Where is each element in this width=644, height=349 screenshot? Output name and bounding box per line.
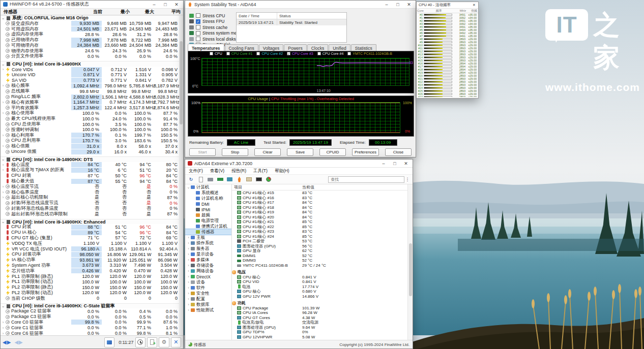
nav-page-icon[interactable]: ◀▶ xyxy=(14,339,23,345)
minimize-icon[interactable]: – xyxy=(378,161,389,166)
legend-item[interactable]: CPU xyxy=(210,52,222,55)
tree-item-DirectX[interactable]: ›DirectX xyxy=(185,274,231,279)
cpu-icon[interactable] xyxy=(207,176,214,183)
screenshot-icon[interactable] xyxy=(245,176,253,183)
maximize-icon[interactable]: □ xyxy=(392,2,403,7)
tree-item-便携式计算机[interactable]: 便携式计算机 xyxy=(185,224,231,229)
tree-item-软件[interactable]: ›软件 xyxy=(185,285,231,291)
sensor-reading-row[interactable]: 图形处理器 (GPU)9.64 W xyxy=(232,325,407,330)
close-icon[interactable]: ✕ xyxy=(403,2,415,7)
collapse-caret-icon[interactable]: ⌄ xyxy=(1,16,6,20)
tree-item-多媒体[interactable]: ›多媒体 xyxy=(185,257,231,263)
preferences-button[interactable]: Preferences xyxy=(352,148,379,156)
expand-caret-icon[interactable]: › xyxy=(1,100,6,105)
list-scrollbar[interactable] xyxy=(407,184,413,340)
exit-icon[interactable]: ✕ xyxy=(171,337,181,347)
tree-item-配置[interactable]: ›配置 xyxy=(185,296,231,302)
nav-back-forward-icon[interactable]: ◀▶ xyxy=(3,339,11,345)
menu-item[interactable]: 工具(T) xyxy=(250,168,271,174)
tree-caret-icon[interactable]: › xyxy=(186,280,191,284)
checkbox[interactable]: ✓ xyxy=(196,19,200,24)
sensor-reading-row[interactable]: YMTC PC411-1024GB-B29 °C / 24 °C xyxy=(232,263,407,268)
sensor-reading-row[interactable]: CPU IA Cores96.28 W xyxy=(232,310,407,315)
stability-flame-icon[interactable] xyxy=(236,176,243,183)
save-button[interactable]: Save xyxy=(287,148,313,156)
tree-item-存储设备[interactable]: ›存储设备 xyxy=(185,263,231,268)
close-icon[interactable]: ✕ xyxy=(171,2,182,7)
expand-caret-icon[interactable]: › xyxy=(1,326,6,330)
tree-caret-icon[interactable]: › xyxy=(186,291,191,296)
sensor-reading-row[interactable]: CPU Package101.39 W xyxy=(232,306,407,311)
tree-item-数据库[interactable]: ›数据库 xyxy=(185,302,231,307)
collapse-caret-icon[interactable]: ⌄ xyxy=(1,157,6,162)
tree-item-计算机名称[interactable]: 计算机名称 xyxy=(185,196,231,201)
minimize-icon[interactable]: – xyxy=(149,2,160,7)
checkbox[interactable] xyxy=(196,31,200,36)
sensor-section-header[interactable]: ⌄CPU [#0]: Intel Core i9-14900HX xyxy=(1,61,180,67)
expand-caret-icon[interactable]: › xyxy=(1,184,6,189)
tree-caret-icon[interactable]: › xyxy=(186,274,191,279)
legend-checkbox[interactable] xyxy=(347,52,351,55)
tree-item-服务器[interactable]: ›服务器 xyxy=(185,246,231,251)
close-icon[interactable]: ✕ xyxy=(471,3,477,7)
sensor-reading-row[interactable]: GPU 显存62 °C xyxy=(232,248,407,253)
legend-checkbox[interactable]: ✓ xyxy=(287,52,290,55)
hwinfo-column-header[interactable]: 传感器 当前 最小 最大 平均 xyxy=(1,9,183,15)
tree-caret-icon[interactable]: › xyxy=(186,285,191,290)
start-button[interactable]: Start xyxy=(189,148,216,156)
legend-checkbox[interactable] xyxy=(317,52,321,55)
collapse-caret-icon[interactable]: ⌄ xyxy=(1,219,6,224)
sensor-row[interactable]: 超出封装/环形总线功率限制是否是87 % xyxy=(1,211,180,217)
hwinfo-titlebar[interactable]: HWiNFO® 64 v8.24-5700 - 传感器状态 – □ ✕ xyxy=(1,1,183,9)
sensor-reading-row[interactable]: DIMM352 °C xyxy=(232,258,407,263)
legend-item[interactable]: ✓CPU Core #3 xyxy=(287,52,313,55)
tree-caret-icon[interactable]: › xyxy=(186,252,191,257)
sensors-icon[interactable] xyxy=(104,337,114,347)
sensor-reading-row[interactable]: DIMM152 °C xyxy=(232,253,407,259)
column-min[interactable]: 最小 xyxy=(105,9,132,15)
column-max[interactable]: 最大 xyxy=(132,9,157,15)
expand-caret-icon[interactable]: › xyxy=(1,195,6,200)
tree-item-网络设备[interactable]: ›网络设备 xyxy=(185,268,231,274)
checkbox[interactable] xyxy=(196,13,200,18)
menu-item[interactable]: 报告(R) xyxy=(228,168,250,174)
legend-item[interactable]: CPU Core #2 xyxy=(256,52,283,55)
tree-item-计算机[interactable]: ⌄计算机 xyxy=(185,184,231,190)
collapse-caret-icon[interactable]: ⌄ xyxy=(1,62,6,67)
tree-item-系统概述[interactable]: 系统概述 xyxy=(185,190,231,196)
tree-item-传感器[interactable]: 传感器 xyxy=(185,229,231,235)
maximize-icon[interactable]: □ xyxy=(389,161,400,166)
collapse-caret-icon[interactable]: ⌄ xyxy=(1,304,6,308)
tree-item-显示设备[interactable]: ›显示设备 xyxy=(185,251,231,257)
hwinfo-scrollbar[interactable] xyxy=(179,15,183,336)
sensor-reading-row[interactable]: CPU 核心0.841 V xyxy=(232,275,407,280)
tree-item-DMI[interactable]: DMI xyxy=(185,201,231,207)
tree-item-主板[interactable]: ›主板 xyxy=(185,235,231,240)
expand-caret-icon[interactable]: › xyxy=(1,320,6,325)
report-icon[interactable]: + xyxy=(147,337,157,347)
expand-caret-icon[interactable]: › xyxy=(1,190,6,195)
expand-caret-icon[interactable]: › xyxy=(1,111,6,115)
aida64-titlebar[interactable]: AIDA64 Extreme v7.30.7200 – □ ✕ xyxy=(185,160,413,168)
tree-caret-icon[interactable]: › xyxy=(186,297,191,301)
scrollbar-thumb[interactable] xyxy=(180,41,183,124)
sensor-row[interactable]: 当前 CHOP 级数0000 xyxy=(1,296,180,301)
legend-checkbox[interactable] xyxy=(256,52,260,55)
menu-item[interactable]: 帮助(H) xyxy=(271,168,293,174)
menu-item[interactable]: 查看(V) xyxy=(207,168,228,174)
tab-temperatures[interactable]: Temperatures xyxy=(188,44,224,51)
stability-log-table[interactable]: Date / Time Status 2025/5/19 13:47:21 St… xyxy=(236,12,347,43)
sensor-row[interactable]: 分页文件使用率0.0 %0.0 %0.0 %0.0 % xyxy=(1,54,180,59)
expand-caret-icon[interactable]: › xyxy=(1,83,6,88)
close-button[interactable]: Close xyxy=(385,148,412,156)
column-avg[interactable]: 平均 xyxy=(157,9,183,15)
scrollbar-thumb[interactable] xyxy=(409,243,412,296)
expand-caret-icon[interactable]: › xyxy=(1,133,6,138)
column-sensor[interactable]: 传感器 xyxy=(1,9,74,15)
memory-icon[interactable] xyxy=(216,176,224,183)
tree-item-安全性[interactable]: ›安全性 xyxy=(185,291,231,296)
legend-item[interactable]: CPU Core #4 xyxy=(317,52,344,55)
tree-caret-icon[interactable]: › xyxy=(186,258,191,262)
column-current[interactable]: 当前 xyxy=(74,9,105,15)
legend-item[interactable]: YMTC PC411-1024GB-B xyxy=(347,52,392,55)
